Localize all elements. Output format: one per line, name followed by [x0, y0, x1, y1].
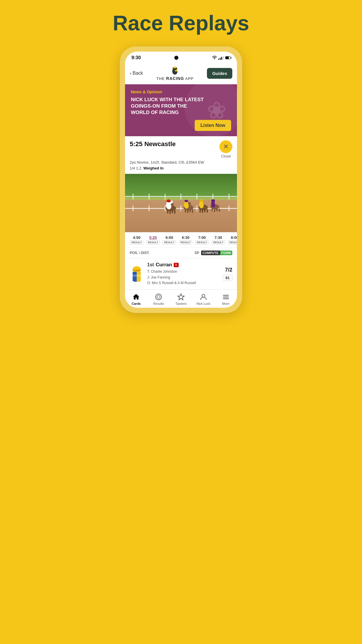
- results-header: POS. / DIST. SP COMPUTE FORM: [125, 247, 237, 258]
- race-tab-badge-5: RESULT: [212, 240, 225, 244]
- svg-rect-44: [133, 270, 141, 271]
- svg-marker-48: [178, 294, 184, 300]
- race-tab-5[interactable]: 7:30 RESULT: [211, 235, 225, 244]
- nav-label-tipsters: Tipsters: [175, 302, 187, 305]
- svg-rect-33: [200, 200, 203, 201]
- svg-point-46: [156, 294, 161, 300]
- banner-pattern: ❀: [199, 84, 234, 136]
- status-icons: [212, 56, 231, 60]
- svg-point-49: [202, 294, 205, 297]
- logo-icon: [169, 66, 181, 76]
- race-tab-time-3: 6:30: [182, 235, 189, 240]
- svg-point-43: [133, 266, 141, 273]
- svg-rect-4: [167, 210, 168, 214]
- nav-item-results[interactable]: Results: [147, 292, 170, 307]
- nav-item-nick-luck[interactable]: Nick Luck: [192, 292, 215, 307]
- race-tab-badge-4: RESULT: [195, 240, 208, 244]
- race-header: 5:25 Newcastle ✕ Close: [130, 140, 232, 158]
- owner-name: Mrs S Russell & A M Russell: [152, 281, 196, 285]
- race-tab-4[interactable]: 7:00 RESULT: [195, 235, 209, 244]
- close-button[interactable]: ✕ Close: [219, 140, 232, 158]
- svg-rect-45: [133, 275, 141, 276]
- svg-rect-17: [187, 209, 188, 213]
- race-tab-0[interactable]: 4:50 RESULT: [130, 235, 144, 244]
- race-tab-badge-6: RESULT: [228, 240, 237, 244]
- svg-rect-19: [192, 209, 193, 213]
- race-tabs: 4:50 RESULT 5:25 RESULT 6:00 RESULT 6:30…: [125, 232, 237, 247]
- race-tab-3[interactable]: 6:30 RESULT: [179, 235, 193, 244]
- jockey-name: Joe Fanning: [151, 275, 170, 279]
- svg-rect-50: [223, 295, 229, 296]
- phone-frame: 9:30: [120, 46, 242, 313]
- odds-value: 7/2: [225, 267, 232, 273]
- race-tab-time-2: 6:00: [166, 235, 173, 240]
- jockey-silks-svg: [130, 266, 144, 282]
- close-label: Close: [221, 154, 231, 158]
- race-tab-1[interactable]: 5:25 RESULT: [146, 235, 160, 244]
- pos-label: POS. / DIST.: [130, 251, 150, 255]
- race-tab-badge-3: RESULT: [179, 240, 192, 244]
- phone-screen: 9:30: [125, 52, 237, 308]
- close-circle-icon: ✕: [219, 140, 232, 153]
- svg-rect-16: [185, 209, 186, 213]
- position-number: 1st: [147, 262, 154, 267]
- svg-rect-36: [214, 209, 215, 212]
- svg-rect-38: [219, 209, 220, 212]
- more-icon: [222, 293, 230, 301]
- race-video[interactable]: [125, 174, 237, 232]
- tipsters-icon: [177, 293, 185, 301]
- svg-rect-28: [204, 209, 205, 212]
- race-tab-time-1: 5:25: [149, 235, 157, 240]
- race-title: 5:25 Newcastle: [130, 140, 176, 148]
- back-label: Back: [133, 71, 143, 76]
- app-logo: THE RACING APP: [156, 66, 194, 81]
- trainer-name: Charlie Johnston: [151, 270, 177, 274]
- race-tab-badge-2: RESULT: [163, 240, 176, 244]
- race-title-block: 5:25 Newcastle: [130, 140, 176, 148]
- jockey-label: J:: [147, 275, 150, 279]
- svg-rect-5: [170, 210, 171, 214]
- logo-text: THE RACING APP: [156, 76, 194, 81]
- race-tab-6[interactable]: 8:00 RESULT: [228, 235, 237, 244]
- svg-rect-27: [202, 209, 203, 213]
- horse-result-row[interactable]: 1st Curran V T: Charlie Johnston J: Joe …: [125, 258, 237, 289]
- nav-label-cards: Cards: [132, 302, 141, 305]
- rating-badge: 81: [223, 275, 232, 281]
- nav-item-more[interactable]: More: [215, 292, 237, 307]
- horse-pos-name: 1st Curran V: [147, 262, 219, 268]
- form-label: FORM: [220, 251, 232, 255]
- svg-rect-37: [216, 209, 217, 211]
- nav-item-tipsters[interactable]: Tipsters: [170, 292, 192, 307]
- race-tab-time-0: 4:50: [133, 235, 140, 240]
- back-chevron-icon: ‹: [130, 70, 131, 76]
- horse-name: Curran: [156, 262, 172, 268]
- guides-button[interactable]: Guides: [207, 68, 232, 79]
- race-tab-2[interactable]: 6:00 RESULT: [162, 235, 176, 244]
- nav-item-cards[interactable]: Cards: [125, 292, 147, 307]
- page-title: Race Replays: [113, 12, 249, 35]
- horse-result-info: 1st Curran V T: Charlie Johnston J: Joe …: [147, 262, 219, 286]
- trainer-jockey-info: T: Charlie Johnston J: Joe Fanning O: Mr…: [147, 269, 219, 286]
- compute-form-badge: COMPUTE FORM: [201, 251, 232, 255]
- svg-rect-26: [200, 209, 201, 213]
- race-tab-time-4: 7:00: [198, 235, 206, 240]
- sp-label: SP: [195, 251, 199, 255]
- nav-label-more: More: [222, 302, 229, 305]
- svg-rect-52: [223, 298, 229, 299]
- signal-icon: [218, 56, 224, 60]
- race-tab-time-6: 8:00: [231, 235, 237, 240]
- news-headline: NICK LUCK WITH THE LATEST GOINGS-ON FROM…: [131, 97, 206, 116]
- svg-rect-35: [212, 209, 213, 212]
- race-tab-time-5: 7:30: [215, 235, 222, 240]
- wifi-icon: [212, 56, 217, 60]
- svg-rect-2: [173, 68, 177, 69]
- sp-compute-group: SP COMPUTE FORM: [195, 251, 232, 255]
- app-header: ‹ Back THE RACING APP: [125, 63, 237, 84]
- news-banner: ❀ News & Opinion NICK LUCK WITH THE LATE…: [125, 84, 237, 136]
- race-info-section: 5:25 Newcastle ✕ Close 2yo Novice, 1m2f,…: [125, 136, 237, 174]
- camera-indicator: [174, 56, 178, 60]
- svg-rect-7: [174, 210, 175, 214]
- svg-rect-6: [172, 210, 173, 213]
- svg-rect-24: [184, 201, 188, 202]
- back-button[interactable]: ‹ Back: [130, 70, 143, 76]
